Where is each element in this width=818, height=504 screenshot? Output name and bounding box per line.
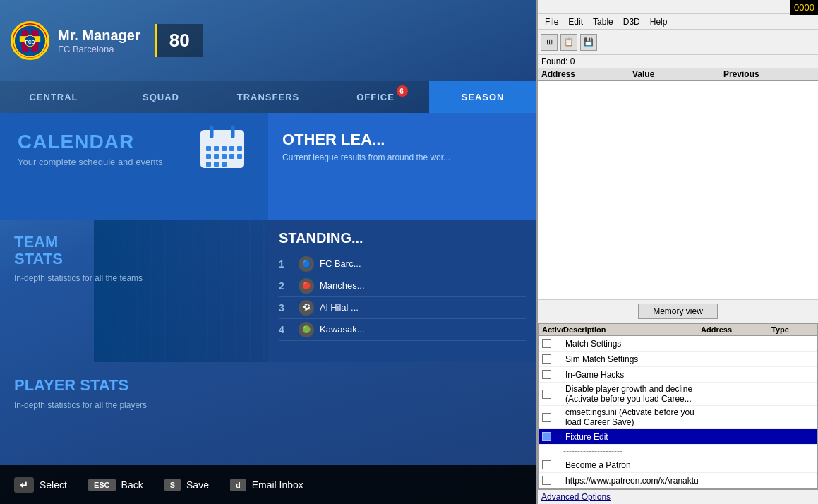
- advanced-options[interactable]: Advanced Options: [538, 489, 818, 504]
- back-key-icon: ESC: [88, 479, 116, 491]
- rating-badge: 80: [155, 24, 203, 57]
- row-patreon-url[interactable]: https://www.patreon.com/xAranaktu: [539, 473, 817, 488]
- calendar-icon: [198, 124, 247, 183]
- toolbar-btn-2[interactable]: 📋: [560, 34, 577, 51]
- action-back: ESC Back: [88, 479, 143, 491]
- nav-tabs: CENTRAL SQUAD TRANSFERS OFFICE 6 SEASON: [0, 81, 536, 113]
- team-stats-desc: In-depth statistics for all the teams: [14, 273, 254, 283]
- svg-rect-21: [206, 162, 211, 167]
- email-key-icon: d: [230, 479, 246, 491]
- toolbar-btn-3[interactable]: 💾: [580, 34, 597, 51]
- ce-context-menu: Active Description Address Type Match Se…: [538, 323, 818, 489]
- checkbox-fixture[interactable]: [542, 432, 551, 441]
- club-name: FC Barcelona: [58, 44, 140, 54]
- ce-menu-bar: File Edit Table D3D Help: [538, 14, 818, 30]
- ce-memory-btn-container: Memory view: [538, 300, 818, 323]
- standing-row-2: 2 🔴 Manches...: [279, 275, 526, 297]
- row-cmsettings[interactable]: cmsettings.ini (Activate before you load…: [539, 406, 817, 429]
- team-stats-panel[interactable]: TEAM STATS In-depth statistics for all t…: [0, 220, 268, 363]
- row-sim-match[interactable]: Sim Match Settings: [539, 352, 817, 367]
- svg-rect-20: [237, 154, 242, 159]
- ce-found-text: Found: 0: [538, 55, 818, 68]
- main-content: CALENDAR Your complete schedule and even…: [0, 113, 536, 465]
- svg-rect-11: [206, 146, 211, 151]
- ce-address-table: [538, 81, 818, 300]
- player-stats-desc: In-depth statistics for all the players: [14, 400, 254, 410]
- game-header: FCB Mr. Manager FC Barcelona 80: [0, 0, 536, 81]
- standing-logo-3: ⚽: [299, 300, 314, 316]
- standing-row-1: 1 🔵 FC Barc...: [279, 253, 526, 275]
- select-label: Select: [40, 479, 67, 491]
- memory-view-button[interactable]: Memory view: [638, 304, 718, 319]
- separator-row: ---------------------: [539, 445, 817, 457]
- menu-table[interactable]: Table: [589, 16, 618, 28]
- other-leagues-title: OTHER LEA...: [282, 131, 522, 149]
- manager-info: Mr. Manager FC Barcelona: [58, 28, 140, 54]
- standings-panel: STANDING... 1 🔵 FC Barc... 2 🔴 Manches..…: [268, 220, 536, 363]
- tab-squad[interactable]: SQUAD: [107, 81, 215, 113]
- office-badge: 6: [397, 85, 408, 97]
- player-stats-panel[interactable]: PLAYER STATS In-depth statistics for all…: [0, 362, 268, 465]
- row-disable-growth[interactable]: Disable player growth and decline (Activ…: [539, 383, 817, 406]
- svg-rect-13: [222, 146, 227, 151]
- team-stats-title: TEAM STATS: [14, 234, 254, 268]
- svg-rect-12: [214, 146, 219, 151]
- save-key-icon: S: [164, 479, 181, 491]
- svg-rect-14: [229, 146, 234, 151]
- svg-rect-15: [237, 146, 242, 151]
- ce-num-display: 0000: [790, 0, 818, 15]
- row-patron[interactable]: Become a Patron: [539, 457, 817, 473]
- ce-table-header: Address Value Previous: [538, 68, 818, 81]
- menu-d3d[interactable]: D3D: [619, 16, 644, 28]
- standing-row-4: 4 🟢 Kawasak...: [279, 319, 526, 341]
- svg-rect-22: [214, 162, 219, 167]
- svg-rect-16: [206, 154, 211, 159]
- standing-row-3: 3 ⚽ Al Hilal ...: [279, 297, 526, 319]
- svg-rect-23: [222, 162, 227, 167]
- back-label: Back: [121, 479, 143, 491]
- row-match-settings[interactable]: Match Settings: [539, 336, 817, 352]
- checkbox-cmsettings[interactable]: [542, 413, 551, 422]
- checkbox-patron[interactable]: [542, 460, 551, 469]
- row-fixture-edit[interactable]: Fixture Edit: [539, 429, 817, 445]
- tab-office[interactable]: OFFICE 6: [322, 81, 429, 113]
- manager-name: Mr. Manager: [58, 28, 140, 44]
- bottom-bar: ↵ Select ESC Back S Save d Email Inbox: [0, 465, 536, 504]
- select-key-icon: ↵: [14, 477, 34, 493]
- tab-central[interactable]: CENTRAL: [0, 81, 107, 113]
- menu-file[interactable]: File: [541, 16, 563, 28]
- email-label: Email Inbox: [252, 479, 303, 491]
- row-ingame-hacks[interactable]: In-Game Hacks: [539, 367, 817, 383]
- ce-context-header: Active Description Address Type: [539, 324, 817, 336]
- svg-rect-17: [214, 154, 219, 159]
- checkbox-hacks[interactable]: [542, 370, 551, 379]
- club-logo: FCB: [11, 21, 49, 60]
- cheat-engine-window: 0000 File Edit Table D3D Help ⊞ 📋 💾 Foun…: [536, 0, 818, 504]
- standings-title: STANDING...: [279, 230, 526, 246]
- player-stats-title: PLAYER STATS: [14, 376, 254, 395]
- checkbox-match[interactable]: [542, 339, 551, 348]
- svg-rect-18: [222, 154, 227, 159]
- checkbox-sim[interactable]: [542, 354, 551, 364]
- svg-rect-19: [229, 154, 234, 159]
- calendar-panel[interactable]: CALENDAR Your complete schedule and even…: [0, 113, 268, 220]
- action-email: d Email Inbox: [230, 479, 303, 491]
- toolbar-btn-1[interactable]: ⊞: [541, 34, 558, 51]
- menu-help[interactable]: Help: [646, 16, 672, 28]
- tab-season[interactable]: SEASON: [429, 81, 536, 113]
- menu-edit[interactable]: Edit: [564, 16, 587, 28]
- action-save: S Save: [164, 479, 209, 491]
- checkbox-growth[interactable]: [542, 390, 551, 399]
- standing-logo-4: 🟢: [299, 322, 314, 337]
- svg-text:FCB: FCB: [25, 39, 35, 44]
- action-select: ↵ Select: [14, 477, 67, 493]
- other-leagues-panel[interactable]: OTHER LEA... Current league results from…: [268, 113, 536, 220]
- tab-transfers[interactable]: TRANSFERS: [215, 81, 322, 113]
- save-label: Save: [186, 479, 209, 491]
- ce-toolbar: ⊞ 📋 💾: [538, 30, 818, 55]
- standing-logo-2: 🔴: [299, 278, 314, 294]
- game-ui: FCB Mr. Manager FC Barcelona 80 CENTRAL …: [0, 0, 536, 504]
- other-leagues-desc: Current league results from around the w…: [282, 152, 522, 162]
- checkbox-patreon[interactable]: [542, 476, 551, 485]
- standing-logo-1: 🔵: [299, 256, 314, 272]
